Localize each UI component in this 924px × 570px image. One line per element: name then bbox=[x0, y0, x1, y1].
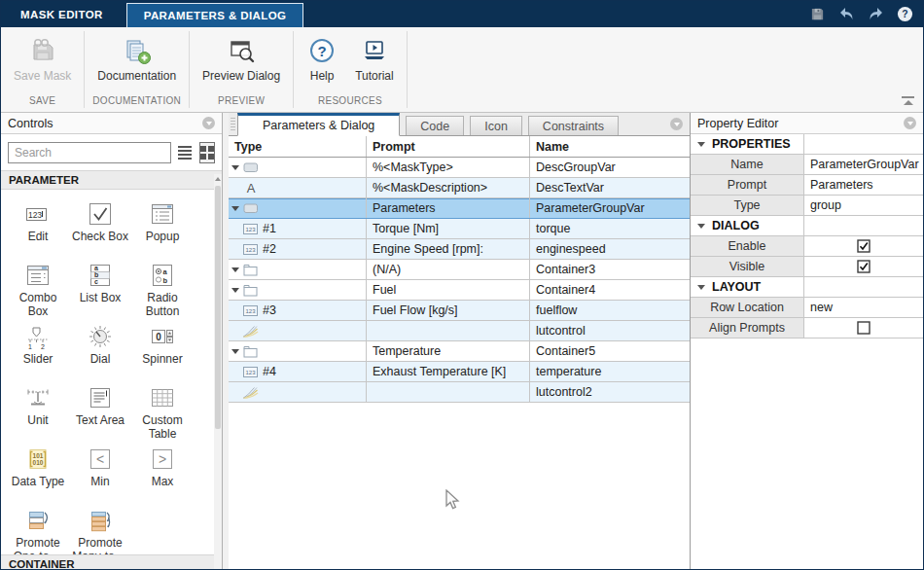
name-cell: lutcontrol2 bbox=[530, 382, 690, 402]
table-row[interactable]: %<MaskType> DescGroupVar bbox=[229, 158, 690, 178]
collapse-ribbon-icon[interactable] bbox=[902, 96, 914, 106]
name-cell: DescGroupVar bbox=[530, 158, 690, 177]
save-icon[interactable] bbox=[808, 6, 826, 23]
expander-icon[interactable] bbox=[229, 206, 242, 211]
control-item-promote-many-to-[interactable]: PromoteMany-to-... bbox=[69, 506, 131, 560]
control-item-label: Spinner bbox=[142, 353, 182, 367]
control-item-slider[interactable]: 12 Slider bbox=[7, 322, 69, 376]
scroll-up-icon[interactable] bbox=[215, 177, 221, 181]
enable-checkbox[interactable] bbox=[804, 236, 923, 256]
collapse-property-editor-icon[interactable] bbox=[904, 117, 916, 129]
table-row[interactable]: 123#4 Exhaust Temperature [K] temperatur… bbox=[229, 362, 690, 382]
documentation-icon bbox=[123, 36, 152, 65]
section-collapse-icon[interactable] bbox=[697, 142, 705, 147]
grid-view-button[interactable] bbox=[199, 142, 216, 163]
property-label: Name bbox=[691, 155, 804, 174]
help-button[interactable]: ? Help bbox=[298, 32, 346, 86]
name-value[interactable]: ParameterGroupVar bbox=[804, 155, 923, 174]
titlebar-tab-parameters-dialog[interactable]: PARAMETERS & DIALOG bbox=[126, 3, 304, 27]
control-item-promote-one-to-[interactable]: PromoteOne-to-... bbox=[7, 506, 69, 560]
controls-search-row bbox=[1, 134, 222, 170]
name-cell: ParameterGroupVar bbox=[530, 198, 690, 218]
control-item-edit[interactable]: 123 Edit bbox=[7, 199, 69, 254]
control-item-min[interactable]: < Min bbox=[69, 445, 131, 499]
visible-checkbox[interactable] bbox=[804, 257, 923, 276]
spinner-icon: 0 bbox=[148, 322, 177, 351]
type-value[interactable]: group bbox=[804, 196, 923, 215]
control-item-popup[interactable]: Popup bbox=[131, 199, 194, 254]
type-index-label: #4 bbox=[263, 365, 276, 378]
slider-icon: 12 bbox=[23, 322, 53, 351]
documentation-button[interactable]: Documentation bbox=[89, 32, 185, 86]
property-editor-panel: Property Editor PROPERTIES Name Paramete… bbox=[691, 113, 923, 569]
collapse-editor-icon[interactable] bbox=[670, 118, 683, 130]
svg-text:b: b bbox=[94, 271, 98, 278]
tab-code[interactable]: Code bbox=[406, 116, 464, 135]
property-section-properties[interactable]: PROPERTIES bbox=[691, 134, 923, 155]
ribbon-group-preview: Preview Dialog PREVIEW bbox=[190, 27, 293, 112]
control-item-combo-box[interactable]: ComboBox bbox=[7, 261, 69, 315]
expander-icon[interactable] bbox=[229, 349, 242, 354]
property-row: Enable bbox=[691, 236, 923, 257]
name-cell: Container5 bbox=[530, 341, 690, 361]
table-row[interactable]: Fuel Container4 bbox=[229, 280, 690, 301]
control-item-spinner[interactable]: 0 Spinner bbox=[131, 322, 194, 376]
type-cell bbox=[229, 341, 367, 361]
expander-icon[interactable] bbox=[229, 267, 242, 272]
property-label: Align Prompts bbox=[691, 318, 804, 338]
redo-icon[interactable] bbox=[867, 6, 884, 23]
column-header-name: Name bbox=[530, 136, 690, 157]
table-row[interactable]: 123#2 Engine Speed [rpm]: enginespeed bbox=[229, 239, 690, 260]
dial-icon bbox=[86, 322, 115, 351]
row-location-value[interactable]: new bbox=[804, 298, 923, 317]
controls-scrollbar[interactable] bbox=[214, 174, 222, 569]
expander-icon[interactable] bbox=[229, 165, 242, 170]
table-row[interactable]: (N/A) Container3 bbox=[229, 260, 690, 280]
property-section-dialog[interactable]: DIALOG bbox=[691, 216, 923, 236]
table-row[interactable]: 123#3 Fuel Flow [kg/s] fuelflow bbox=[229, 301, 690, 321]
control-item-datatype[interactable]: 101010 Data Type bbox=[7, 445, 69, 499]
scrollbar-thumb[interactable] bbox=[215, 186, 221, 429]
prompt-value[interactable]: Parameters bbox=[804, 175, 923, 195]
tutorial-button[interactable]: Tutorial bbox=[346, 32, 403, 86]
control-item-radio-button[interactable]: ab RadioButton bbox=[131, 261, 194, 315]
table-row[interactable]: 123#1 Torque [Nm] torque bbox=[229, 219, 690, 239]
search-input[interactable] bbox=[8, 142, 171, 163]
control-item-label: Check Box bbox=[72, 231, 128, 244]
control-item-custom-table[interactable]: CustomTable bbox=[131, 383, 194, 438]
control-item-dial[interactable]: Dial bbox=[69, 322, 131, 376]
tab-parameters-dialog[interactable]: Parameters & Dialog bbox=[237, 113, 400, 136]
property-section-layout[interactable]: LAYOUT bbox=[691, 277, 923, 298]
table-row[interactable]: Temperature Container5 bbox=[229, 341, 690, 362]
control-item-listbox[interactable]: abc List Box bbox=[69, 261, 131, 315]
ribbon-group-save: Save Mask SAVE bbox=[1, 27, 84, 112]
align-prompts-checkbox[interactable] bbox=[804, 318, 923, 338]
control-item-checkbox[interactable]: Check Box bbox=[69, 199, 131, 254]
section-collapse-icon[interactable] bbox=[697, 224, 705, 229]
table-row[interactable]: lutcontrol2 bbox=[229, 382, 690, 403]
titlebar-tab-mask-editor[interactable]: MASK EDITOR bbox=[1, 1, 126, 27]
control-item-unit[interactable]: Unit bbox=[7, 383, 69, 438]
table-row[interactable]: lutcontrol bbox=[229, 321, 690, 341]
control-item-max[interactable]: > Max bbox=[131, 445, 194, 499]
save-mask-button[interactable]: Save Mask bbox=[5, 32, 80, 86]
property-editor-header: Property Editor bbox=[691, 113, 923, 134]
button-label: Documentation bbox=[97, 69, 176, 83]
list-view-button[interactable] bbox=[177, 142, 194, 163]
expander-icon[interactable] bbox=[229, 288, 242, 293]
table-row[interactable]: Parameters ParameterGroupVar bbox=[229, 198, 690, 219]
tab-constraints[interactable]: Constraints bbox=[528, 116, 619, 135]
help-icon[interactable]: ? bbox=[896, 6, 913, 23]
section-collapse-icon[interactable] bbox=[697, 285, 705, 290]
preview-dialog-button[interactable]: Preview Dialog bbox=[194, 32, 289, 86]
collapse-controls-icon[interactable] bbox=[202, 117, 215, 129]
column-header-type: Type bbox=[229, 136, 367, 157]
table-row[interactable]: A %<MaskDescription> DescTextVar bbox=[229, 178, 690, 198]
popup-icon bbox=[148, 199, 177, 229]
column-header-prompt: Prompt bbox=[367, 136, 530, 157]
type-cell: 123#1 bbox=[229, 219, 367, 238]
control-item-textarea[interactable]: Text Area bbox=[69, 383, 131, 438]
tab-icon[interactable]: Icon bbox=[470, 116, 522, 135]
ribbon-toolstrip: Save Mask SAVE Documentation DOCUMENTATI… bbox=[1, 27, 923, 113]
undo-icon[interactable] bbox=[837, 6, 855, 23]
